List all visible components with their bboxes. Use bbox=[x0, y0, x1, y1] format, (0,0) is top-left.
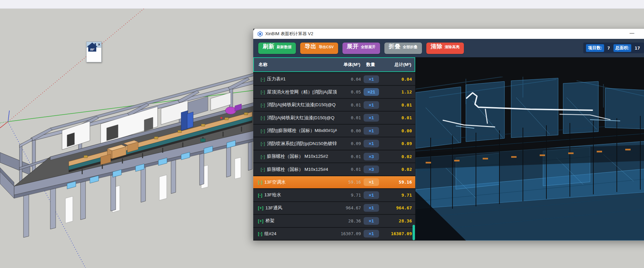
expand-toggle[interactable]: [-] bbox=[261, 77, 265, 82]
table-row[interactable]: [-]膨胀螺栓（国标） M10x125#40.01×30.02 bbox=[253, 163, 415, 176]
refresh-sublabel: 刷新数据 bbox=[277, 45, 291, 50]
row-unit-area: 0.00 bbox=[337, 128, 361, 133]
expand-toggle[interactable]: [-] bbox=[261, 141, 265, 146]
table-row[interactable]: [-]消防喷淋系统|消防|p|DN150热镀锌钢管|镀锌...0.09×10.0… bbox=[253, 137, 415, 150]
table-header: 名称 单体(M²) 数量 总计(M²) bbox=[253, 57, 415, 72]
row-quantity-badge: ×1 bbox=[364, 191, 379, 199]
row-unit-area: 9.71 bbox=[337, 193, 361, 198]
row-name: 桥架 bbox=[265, 218, 337, 224]
surface-area-table: 名称 单体(M²) 数量 总计(M²) [-]压力表#10.04×10.04[-… bbox=[253, 57, 416, 241]
close-icon[interactable]: × bbox=[98, 43, 100, 47]
table-row[interactable]: [-]消防||膨胀螺栓（国标）M8x80#1|A3钢|...0.00×10.00 bbox=[253, 125, 415, 137]
surface-area-tool-button[interactable]: m² bbox=[87, 42, 98, 53]
row-total-area: 0.04 bbox=[381, 77, 412, 82]
row-unit-area: 0.01 bbox=[337, 115, 361, 120]
row-name: 消防|A|铸铁刷大红油漆|D150|@Q bbox=[267, 115, 337, 121]
row-unit-area: 28.36 bbox=[337, 218, 361, 223]
scrollbar-thumb[interactable] bbox=[413, 225, 415, 240]
table-row[interactable]: [-]消防|A||铸铁刷大红油漆|D150|@Q0.01×10.01 bbox=[253, 99, 415, 112]
table-row[interactable]: [-]消防|A|铸铁刷大红油漆|D150|@Q0.01×10.01 bbox=[253, 112, 415, 124]
expand-toggle[interactable]: [+] bbox=[258, 218, 263, 223]
project-count-value: 7 bbox=[606, 46, 611, 51]
row-unit-area: 0.09 bbox=[337, 141, 361, 146]
row-unit-area: 964.67 bbox=[337, 205, 361, 210]
table-row[interactable]: [-]13F给水9.71×19.71 bbox=[253, 189, 415, 202]
table-row[interactable]: [+]桥架28.36×128.36 bbox=[253, 215, 415, 227]
minimize-button[interactable]: — bbox=[628, 30, 636, 36]
expand-toggle[interactable]: [-] bbox=[258, 193, 262, 198]
expand-toggle[interactable]: [-] bbox=[258, 231, 262, 236]
row-name: 消防||膨胀螺栓（国标）M8x80#1|A3钢|... bbox=[267, 128, 337, 134]
row-unit-area: 0.04 bbox=[337, 77, 361, 82]
export-label: 导出 bbox=[305, 43, 317, 50]
table-row[interactable]: [-]13F空调水59.16×159.16 bbox=[253, 176, 415, 189]
row-quantity-badge: ×1 bbox=[364, 217, 379, 225]
row-name: 消防|A||铸铁刷大红油漆|D150|@Q bbox=[267, 102, 337, 108]
axis-red bbox=[0, 122, 8, 128]
row-total-area: 9.71 bbox=[381, 193, 412, 198]
window-title: XinBIM 表面积计算器 V2 bbox=[265, 31, 313, 37]
expand-toggle[interactable]: [-] bbox=[261, 167, 265, 172]
row-total-area: 0.09 bbox=[381, 141, 412, 146]
refresh-button[interactable]: 刷新 刷新数据 bbox=[258, 43, 296, 54]
expand-toggle[interactable]: [-] bbox=[258, 180, 262, 185]
clear-highlight-button[interactable]: 清除 清除高亮 bbox=[426, 43, 464, 54]
header-quantity: 数量 bbox=[363, 62, 378, 68]
row-name: 组#24 bbox=[264, 231, 337, 237]
expand-label: 展开 bbox=[347, 43, 359, 50]
expand-all-button[interactable]: 展开 全部展开 bbox=[342, 43, 380, 54]
expand-toggle[interactable]: [-] bbox=[261, 103, 265, 108]
row-total-area: 16307.09 bbox=[381, 231, 412, 236]
export-csv-button[interactable]: 导出 导出CSV bbox=[300, 43, 338, 54]
row-quantity-badge: ×1 bbox=[364, 101, 379, 109]
table-body: [-]压力表#10.04×10.04[-]屋顶消火栓管网（精）|消防|A|屋顶消… bbox=[253, 72, 415, 241]
refresh-label: 刷新 bbox=[263, 43, 275, 50]
header-name: 名称 bbox=[259, 62, 336, 68]
expand-toggle[interactable]: [-] bbox=[261, 128, 265, 133]
clear-label: 清除 bbox=[431, 43, 443, 50]
table-row[interactable]: [-]膨胀螺栓（国标） M10x125#20.01×30.02 bbox=[253, 150, 415, 163]
expand-toggle[interactable]: [-] bbox=[261, 115, 265, 120]
bim-preview-viewport[interactable] bbox=[416, 57, 644, 241]
axis-blue bbox=[8, 111, 9, 122]
table-row[interactable]: [-]组#2416307.09×116307.09 bbox=[253, 228, 415, 241]
expand-toggle[interactable]: [+] bbox=[258, 205, 263, 210]
xinbim-window: XinBIM 表面积计算器 V2 — 刷新 刷新数据 导出 导出CSV 展开 全… bbox=[253, 29, 644, 241]
total-area-value: 17 bbox=[633, 46, 641, 51]
collapse-all-button[interactable]: 折叠 全部折叠 bbox=[384, 43, 422, 54]
row-name: 13F通风 bbox=[265, 205, 337, 211]
expand-toggle[interactable]: [-] bbox=[261, 89, 265, 94]
row-quantity-badge: ×1 bbox=[364, 114, 379, 122]
row-total-area: 1.12 bbox=[381, 89, 412, 94]
table-row[interactable]: [-]屋顶消火栓管网（精）|消防|A|屋顶消火栓管网（...0.05×211.1… bbox=[253, 86, 415, 98]
window-titlebar[interactable]: XinBIM 表面积计算器 V2 — bbox=[253, 29, 644, 39]
expand-sublabel: 全部展开 bbox=[361, 45, 376, 50]
summary-stats: 项目数: 7 总面积: 17 bbox=[583, 43, 644, 53]
toolbar: 刷新 刷新数据 导出 导出CSV 展开 全部展开 折叠 全部折叠 清除 清除高亮… bbox=[253, 39, 644, 57]
row-unit-area: 16307.09 bbox=[337, 231, 361, 236]
total-area-label: 总面积: bbox=[613, 44, 632, 52]
row-name: 膨胀螺栓（国标） M10x125#4 bbox=[267, 166, 337, 173]
table-row[interactable]: [+]13F通风964.67×1964.67 bbox=[253, 202, 415, 215]
row-total-area: 0.02 bbox=[381, 167, 412, 172]
collapse-sublabel: 全部折叠 bbox=[403, 45, 418, 50]
row-quantity-badge: ×1 bbox=[364, 75, 379, 83]
row-quantity-badge: ×1 bbox=[364, 204, 379, 212]
project-count-label: 项目数: bbox=[586, 44, 604, 52]
os-top-strip bbox=[0, 0, 644, 9]
bim-wireframe bbox=[416, 57, 644, 241]
row-quantity-badge: ×3 bbox=[364, 153, 379, 160]
row-quantity-badge: ×1 bbox=[364, 140, 379, 147]
row-name: 屋顶消火栓管网（精）|消防|A|屋顶消火栓管网（... bbox=[267, 89, 337, 95]
collapse-label: 折叠 bbox=[389, 43, 401, 50]
row-unit-area: 0.01 bbox=[337, 103, 361, 108]
row-name: 膨胀螺栓（国标） M10x125#2 bbox=[267, 153, 337, 159]
row-total-area: 28.36 bbox=[381, 218, 412, 223]
row-name: 13F给水 bbox=[264, 192, 337, 198]
header-total-area: 总计(M²) bbox=[380, 62, 411, 68]
table-row[interactable]: [-]压力表#10.04×10.04 bbox=[253, 73, 415, 86]
row-quantity-badge: ×1 bbox=[364, 178, 379, 186]
expand-toggle[interactable]: [-] bbox=[261, 154, 265, 159]
row-name: 消防喷淋系统|消防|p|DN150热镀锌钢管|镀锌... bbox=[267, 141, 337, 147]
row-total-area: 59.16 bbox=[381, 180, 412, 185]
